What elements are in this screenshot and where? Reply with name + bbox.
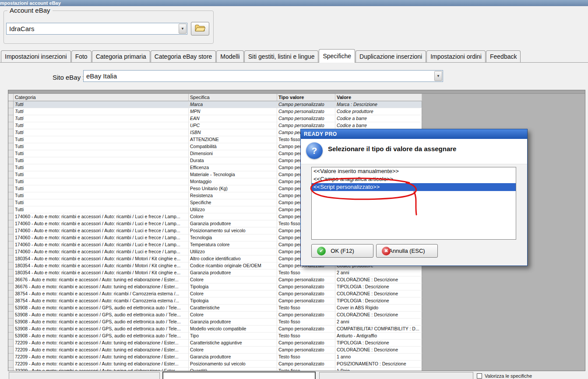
table-row[interactable]: TuttiMPNCampo personalizzatoCodice produ… (8, 108, 422, 115)
tipo-valore-cell[interactable]: Testo fisso (277, 319, 335, 326)
bottom-panel-3[interactable] (319, 372, 473, 379)
categoria-cell[interactable]: 53908 - Auto e moto: ricambi e accessori… (14, 333, 189, 340)
specifica-cell[interactable]: Modello veicolo compatibile (189, 326, 277, 333)
valore-cell[interactable]: COLORAZIONE : Descrizione (335, 312, 422, 319)
valore-cell[interactable]: COMPATIBILITA'/ COMPATIBILITY : D... (335, 326, 422, 333)
categoria-cell[interactable]: Tutti (14, 115, 189, 122)
specifica-cell[interactable]: Posizionamento sul veicolo (189, 227, 277, 234)
row-selector[interactable] (8, 150, 14, 157)
categoria-cell[interactable]: 174060 - Auto e moto: ricambi e accessor… (14, 248, 189, 255)
open-account-button[interactable] (191, 22, 209, 35)
tab-impostazioni-inserzioni[interactable]: Impostazioni inserzioni (1, 50, 71, 62)
valore-cell[interactable]: Marca : Descrizione (335, 101, 422, 108)
row-selector[interactable] (8, 206, 14, 213)
row-selector[interactable] (8, 248, 14, 255)
specifica-cell[interactable]: Resistenza (189, 192, 277, 199)
categoria-cell[interactable]: Tutti (14, 206, 189, 213)
table-row[interactable]: 72209 - Auto e moto: ricambi e accessori… (8, 368, 422, 371)
row-selector[interactable] (8, 213, 14, 220)
table-row[interactable]: 53908 - Auto e moto: ricambi e accessori… (8, 326, 422, 333)
specifica-cell[interactable]: Posizionamento sul veicolo (189, 361, 277, 368)
row-selector[interactable] (8, 262, 14, 269)
row-selector[interactable] (8, 164, 14, 171)
row-selector[interactable] (8, 354, 14, 361)
specifica-cell[interactable]: Temperatura colore (189, 241, 277, 248)
row-selector[interactable] (8, 220, 14, 227)
specifica-cell[interactable]: Tecnologia (189, 234, 277, 241)
specifica-cell[interactable]: Specifiche (189, 199, 277, 206)
categoria-cell[interactable]: Tutti (14, 122, 189, 129)
categoria-cell[interactable]: Tutti (14, 199, 189, 206)
bottom-checkbox[interactable] (477, 373, 482, 379)
table-row[interactable]: 53908 - Auto e moto: ricambi e accessori… (8, 333, 422, 340)
specifica-cell[interactable]: Colore (189, 213, 277, 220)
valore-cell[interactable]: COLORAZIONE : Descrizione (335, 276, 422, 283)
cancel-button[interactable]: ✖ Annulla (ESC) (376, 244, 438, 258)
tab-siti-gestiti-listini-e-lingue[interactable]: Siti gestiti, listini e lingue (244, 50, 319, 62)
categoria-cell[interactable]: Tutti (14, 101, 189, 108)
tipo-valore-cell[interactable]: Campo personalizzato (277, 101, 335, 108)
valore-cell[interactable]: 2 anni (335, 319, 422, 326)
categoria-cell[interactable]: 72209 - Auto e moto: ricambi e accessori… (14, 361, 189, 368)
specifica-cell[interactable]: Montaggio (189, 178, 277, 185)
categoria-cell[interactable]: 174060 - Auto e moto: ricambi e accessor… (14, 213, 189, 220)
valore-cell[interactable]: TIPOLOGIA : Descrizione (335, 298, 422, 305)
row-selector[interactable] (8, 333, 14, 340)
row-selector[interactable] (8, 326, 14, 333)
specifica-cell[interactable]: ISBN (189, 129, 277, 136)
categoria-cell[interactable]: 174060 - Auto e moto: ricambi e accessor… (14, 220, 189, 227)
valore-cell[interactable]: Codice a barre (335, 115, 422, 122)
specifica-cell[interactable]: Dimensioni (189, 150, 277, 157)
row-selector[interactable] (8, 255, 14, 262)
specifica-cell[interactable]: Garanzia produttore (189, 319, 277, 326)
categoria-cell[interactable]: 72209 - Auto e moto: ricambi e accessori… (14, 340, 189, 347)
categoria-cell[interactable]: 180354 - Auto e moto: ricambi e accessor… (14, 269, 189, 276)
specifica-cell[interactable]: Colore (189, 276, 277, 283)
table-row[interactable]: 53908 - Auto e moto: ricambi e accessori… (8, 319, 422, 326)
row-selector[interactable] (8, 192, 14, 199)
specifica-cell[interactable]: Efficenza (189, 164, 277, 171)
specifica-cell[interactable]: Materiale - Tecnologia (189, 171, 277, 178)
table-row[interactable]: TuttiUPCCampo personalizzatoCodice a bar… (8, 122, 422, 129)
row-selector[interactable] (8, 340, 14, 347)
valore-cell[interactable]: Cover in ABS Rigido (335, 305, 422, 312)
specifica-cell[interactable]: Codice ricambio originale OE/OEM (189, 262, 277, 269)
specifica-cell[interactable]: Utilizzo (189, 206, 277, 213)
tipo-valore-cell[interactable]: Campo personalizzato (277, 276, 335, 283)
specifica-cell[interactable]: MPN (189, 108, 277, 115)
bottom-panel-2[interactable] (162, 372, 316, 379)
row-selector[interactable] (8, 241, 14, 248)
valore-cell[interactable]: Antiurto - Antigraffio (335, 333, 422, 340)
column-header-tipo-valore[interactable]: Tipo valore (277, 94, 335, 101)
valore-cell[interactable]: COLORAZIONE : Descrizione (335, 290, 422, 298)
ok-button[interactable]: ✔ OK (F12) (311, 244, 373, 258)
valore-cell[interactable]: TIPOLOGIA : Descrizione (335, 283, 422, 290)
value-type-option[interactable]: <<Script personalizzato>> (312, 183, 516, 191)
categoria-cell[interactable]: 174060 - Auto e moto: ricambi e accessor… (14, 227, 189, 234)
categoria-cell[interactable]: Tutti (14, 150, 189, 157)
valore-cell[interactable]: TIPOLOGIA : Descrizione (335, 340, 422, 347)
specifica-cell[interactable]: Colore (189, 347, 277, 354)
row-selector[interactable] (8, 305, 14, 312)
specifica-cell[interactable]: Peso Unitario (Kg) (189, 185, 277, 192)
valore-cell[interactable]: COLORAZIONE : Descrizione (335, 347, 422, 354)
specifica-cell[interactable]: Quantità (189, 368, 277, 371)
tipo-valore-cell[interactable]: Campo personalizzato (277, 283, 335, 290)
tipo-valore-cell[interactable]: Campo personalizzato (277, 298, 335, 305)
table-row[interactable]: TuttiMarcaCampo personalizzatoMarca : De… (8, 101, 422, 108)
specifica-cell[interactable]: Tipo (189, 333, 277, 340)
specifica-cell[interactable]: Colore (189, 290, 277, 298)
tipo-valore-cell[interactable]: Campo personalizzato (277, 340, 335, 347)
tab-foto[interactable]: Foto (71, 50, 92, 62)
column-header-categoria[interactable]: Categoria (14, 94, 189, 101)
tab-modelli[interactable]: Modelli (216, 50, 243, 62)
valore-cell[interactable]: Codice a barre (335, 122, 422, 129)
valore-cell[interactable]: 1 anno (335, 354, 422, 361)
table-row[interactable]: 53908 - Auto e moto: ricambi e accessori… (8, 312, 422, 319)
row-selector[interactable] (8, 234, 14, 241)
categoria-cell[interactable]: 36676 - Auto e moto: ricambi e accessori… (14, 283, 189, 290)
row-selector[interactable] (8, 199, 14, 206)
categoria-cell[interactable]: Tutti (14, 192, 189, 199)
table-row[interactable]: 72209 - Auto e moto: ricambi e accessori… (8, 354, 422, 361)
row-selector[interactable] (8, 122, 14, 129)
